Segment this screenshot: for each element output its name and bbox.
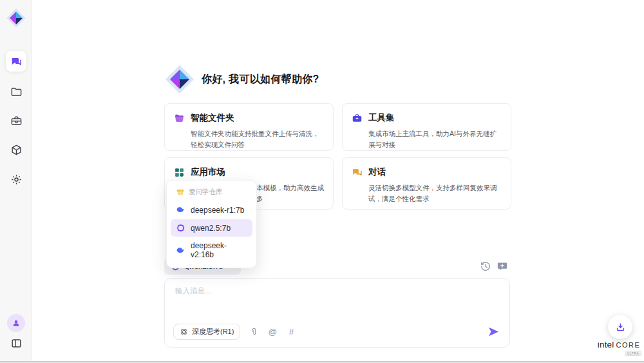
- sidebar-item-chat[interactable]: [6, 51, 26, 72]
- qwen-icon: [176, 223, 185, 233]
- model-option-label: deepseek-v2:16b: [191, 241, 247, 259]
- cube-icon: [10, 144, 23, 156]
- model-option-qwen[interactable]: qwen2.5:7b: [171, 219, 252, 237]
- new-chat-button[interactable]: [497, 260, 508, 272]
- archive-icon: [176, 188, 185, 197]
- paperclip-icon: [249, 327, 259, 337]
- deepseek-whale-icon: [176, 205, 185, 215]
- send-icon: [488, 326, 500, 338]
- model-option-label: qwen2.5:7b: [191, 224, 231, 233]
- card-title: 智能文件夹: [191, 112, 234, 124]
- ultra-badge: ultra: [625, 351, 641, 356]
- card-conversation[interactable]: 对话 灵活切换多模型文件，支持多样回复效果调试，满足个性化需求: [342, 157, 511, 210]
- message-input[interactable]: [175, 286, 497, 315]
- diamond-logo-icon: [164, 64, 195, 95]
- sidebar-item-settings[interactable]: [6, 169, 26, 190]
- deepseek-whale-icon: [176, 246, 185, 255]
- card-title: 工具集: [368, 112, 395, 124]
- at-icon: @: [269, 327, 278, 337]
- model-option-label: deepseek-r1:7b: [191, 206, 244, 215]
- app-window: 你好, 我可以如何帮助你? 智能文件夹 智能文件夹功能支持批量文件上传与清洗，轻…: [0, 0, 644, 363]
- app-logo: [6, 8, 26, 28]
- history-icon: [480, 260, 491, 272]
- greeting-logo: [164, 64, 195, 95]
- card-description: 灵活切换多模型文件，支持多样回复效果调试，满足个性化需求: [368, 182, 502, 205]
- download-icon: [615, 322, 626, 333]
- send-button[interactable]: [488, 326, 500, 338]
- user-avatar[interactable]: [7, 314, 25, 332]
- card-description: 智能文件夹功能支持批量文件上传与清洗，轻松实现文件问答: [191, 128, 324, 151]
- user-icon: [11, 318, 21, 328]
- sidebar-item-folders[interactable]: [6, 81, 26, 102]
- folder-icon: [10, 86, 23, 98]
- card-smart-folder[interactable]: 智能文件夹 智能文件夹功能支持批量文件上传与清洗，轻松实现文件问答: [164, 103, 334, 151]
- card-title: 应用市场: [191, 166, 225, 178]
- deep-think-icon: [180, 328, 188, 336]
- message-plus-icon: [497, 260, 508, 272]
- sidebar-collapse-button[interactable]: [6, 333, 26, 353]
- model-group-header: 爱问学仓库: [171, 184, 252, 201]
- mention-button[interactable]: @: [267, 327, 278, 337]
- briefcase-icon: [352, 113, 363, 124]
- gear-icon: [10, 173, 23, 186]
- diamond-logo-icon: [6, 8, 26, 28]
- card-toolset[interactable]: 工具集 集成市场上主流工具，助力AI与外界无缝扩展与对接: [342, 103, 511, 151]
- composer-toolbar: 深度思考(R1) @ #: [173, 324, 500, 340]
- sidebar-item-models[interactable]: [6, 139, 26, 160]
- folder-icon: [174, 113, 185, 124]
- sidebar: [0, 0, 32, 363]
- page-title: 你好, 我可以如何帮助你?: [202, 64, 319, 95]
- app-grid-icon: [174, 167, 185, 178]
- model-option-deepseek-r1[interactable]: deepseek-r1:7b: [171, 201, 252, 219]
- history-button[interactable]: [480, 260, 491, 272]
- hash-icon: #: [289, 327, 294, 337]
- briefcase-icon: [10, 115, 23, 127]
- model-option-deepseek-v2[interactable]: deepseek-v2:16b: [171, 237, 252, 263]
- card-description: 集成市场上主流工具，助力AI与外界无缝扩展与对接: [368, 128, 502, 151]
- download-button[interactable]: [608, 315, 632, 339]
- model-group-label: 爱问学仓库: [189, 188, 223, 197]
- card-title: 对话: [368, 166, 386, 178]
- core-brand-text: core: [616, 342, 640, 349]
- hash-button[interactable]: #: [286, 327, 296, 337]
- deep-think-label: 深度思考(R1): [192, 327, 234, 337]
- deep-think-toggle[interactable]: 深度思考(R1): [173, 324, 240, 340]
- card-description: 本模板，助力高效生成多: [256, 182, 324, 205]
- sidebar-item-toolbox[interactable]: [6, 110, 26, 131]
- panel-layout-icon: [10, 337, 23, 349]
- attach-button[interactable]: [249, 327, 259, 337]
- chat-icon: [10, 55, 23, 68]
- message-composer: 深度思考(R1) @ #: [164, 278, 510, 348]
- intel-brand-text: intel: [598, 340, 614, 349]
- model-dropdown: 爱问学仓库 deepseek-r1:7b qwen2.5:7b deepseek…: [166, 180, 257, 268]
- intel-core-badge: intel core ultra: [594, 340, 644, 356]
- chat-bubbles-icon: [352, 167, 363, 178]
